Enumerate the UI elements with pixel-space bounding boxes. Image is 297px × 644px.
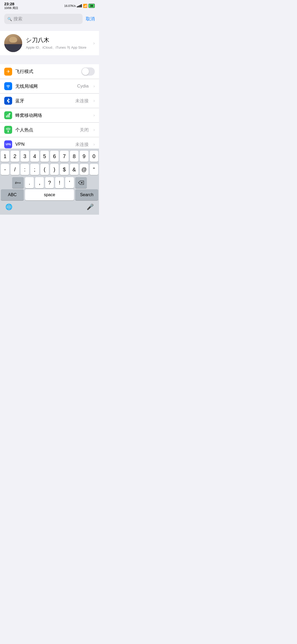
settings-group: ✈ 飞行模式 无线局域网 Cydia › 蓝牙 未连接 › <box>0 64 99 151</box>
key-ampersand[interactable]: & <box>70 164 78 175</box>
settings-item-wifi[interactable]: 无线局域网 Cydia › <box>0 79 99 94</box>
cellular-label: 蜂窝移动网络 <box>15 112 90 118</box>
hotspot-label: 个人热点 <box>15 127 77 133</box>
battery-indicator: 38 <box>88 4 95 8</box>
bluetooth-label: 蓝牙 <box>15 98 72 104</box>
hotspot-icon <box>4 126 12 134</box>
profile-row[interactable]: シ刀八木 Apple ID、iCloud、iTunes 与 App Store … <box>0 31 99 55</box>
spacer-top <box>0 26 99 31</box>
bluetooth-icon <box>4 97 12 105</box>
key-period[interactable]: . <box>25 177 34 188</box>
vpn-icon: VPN <box>4 140 12 148</box>
cellular-chevron: › <box>93 113 95 118</box>
key-8[interactable]: 8 <box>70 151 78 162</box>
toggle-knob <box>82 68 89 75</box>
status-right: 16.07K/s 📶 38 <box>64 4 95 8</box>
key-exclaim[interactable]: ! <box>55 177 64 188</box>
keyboard-row-1: 1 2 3 4 5 6 7 8 9 0 <box>1 151 98 162</box>
settings-item-bluetooth[interactable]: 蓝牙 未连接 › <box>0 94 99 108</box>
cancel-button[interactable]: 取消 <box>86 16 95 22</box>
settings-item-cellular[interactable]: 蜂窝移动网络 › <box>0 108 99 123</box>
airplane-icon: ✈ <box>4 68 12 76</box>
bluetooth-value: 未连接 <box>75 98 89 104</box>
key-rparen[interactable]: ) <box>50 164 59 175</box>
key-6[interactable]: 6 <box>50 151 59 162</box>
section-gap <box>0 55 99 64</box>
search-input-wrap[interactable]: 🔍 搜索 <box>4 14 83 24</box>
vpn-chevron: › <box>93 142 95 147</box>
keyboard-rows: 1 2 3 4 5 6 7 8 9 0 - / : ; ( ) $ & @ " … <box>0 149 99 189</box>
keyboard: 1 2 3 4 5 6 7 8 9 0 - / : ; ( ) $ & @ " … <box>0 149 99 215</box>
status-bar: 23:28 10/06 周日 16.07K/s 📶 38 <box>0 0 99 12</box>
key-semicolon[interactable]: ; <box>30 164 39 175</box>
key-quote[interactable]: " <box>90 164 98 175</box>
airplane-toggle[interactable] <box>81 67 95 76</box>
profile-chevron: › <box>93 40 95 46</box>
key-2[interactable]: 2 <box>11 151 19 162</box>
space-key[interactable]: space <box>25 189 74 200</box>
vpn-label: VPN <box>15 142 72 147</box>
abc-key[interactable]: ABC <box>1 189 24 200</box>
keyboard-row-3: #+= . ， ? ! ' <box>1 177 98 188</box>
svg-rect-6 <box>7 132 9 132</box>
keyboard-extras: 🌐 🎤 <box>0 201 99 215</box>
hotspot-value: 关闭 <box>80 127 89 133</box>
profile-name: シ刀八木 <box>26 36 89 44</box>
status-time: 23:28 <box>4 2 18 6</box>
key-symbols[interactable]: #+= <box>12 177 24 188</box>
key-0[interactable]: 0 <box>90 151 98 162</box>
settings-item-airplane[interactable]: ✈ 飞行模式 <box>0 64 99 79</box>
key-at[interactable]: @ <box>80 164 88 175</box>
keyboard-bottom-row: ABC space Search <box>0 189 99 201</box>
key-7[interactable]: 7 <box>60 151 68 162</box>
bluetooth-chevron: › <box>93 98 95 103</box>
search-placeholder: 搜索 <box>13 16 22 22</box>
signal-bars <box>77 4 82 7</box>
key-1[interactable]: 1 <box>1 151 9 162</box>
key-5[interactable]: 5 <box>40 151 49 162</box>
settings-item-hotspot[interactable]: 个人热点 关闭 › <box>0 123 99 137</box>
key-slash[interactable]: / <box>11 164 19 175</box>
globe-icon[interactable]: 🌐 <box>5 204 12 210</box>
wifi-label: 无线局域网 <box>15 83 74 89</box>
key-4[interactable]: 4 <box>30 151 39 162</box>
wifi-icon <box>4 82 12 90</box>
hotspot-chevron: › <box>93 127 95 132</box>
wifi-value: Cydia <box>77 84 88 89</box>
status-left: 23:28 10/06 周日 <box>4 2 18 10</box>
key-apostrophe[interactable]: ' <box>65 177 74 188</box>
search-icon: 🔍 <box>7 17 12 21</box>
profile-section: シ刀八木 Apple ID、iCloud、iTunes 与 App Store … <box>0 31 99 55</box>
key-lparen[interactable]: ( <box>40 164 49 175</box>
vpn-value: 未连接 <box>75 141 89 148</box>
keyboard-row-2: - / : ; ( ) $ & @ " <box>1 164 98 175</box>
search-bar-container: 🔍 搜索 取消 <box>0 12 99 26</box>
key-3[interactable]: 3 <box>21 151 29 162</box>
network-speed: 16.07K/s <box>64 4 76 7</box>
profile-info: シ刀八木 Apple ID、iCloud、iTunes 与 App Store <box>26 36 89 50</box>
cellular-icon <box>4 111 12 119</box>
delete-key[interactable] <box>75 177 87 188</box>
key-question[interactable]: ? <box>45 177 54 188</box>
svg-rect-1 <box>7 114 8 117</box>
key-dash[interactable]: - <box>1 164 9 175</box>
key-colon[interactable]: : <box>21 164 29 175</box>
search-key[interactable]: Search <box>75 189 98 200</box>
svg-rect-0 <box>6 116 7 117</box>
mic-icon[interactable]: 🎤 <box>87 204 94 210</box>
avatar-face <box>4 34 22 52</box>
profile-subtitle: Apple ID、iCloud、iTunes 与 App Store <box>26 45 89 50</box>
key-comma[interactable]: ， <box>35 177 44 188</box>
status-date: 10/06 周日 <box>4 6 18 10</box>
wifi-chevron: › <box>93 84 95 89</box>
airplane-label: 飞行模式 <box>15 68 78 75</box>
wifi-status-icon: 📶 <box>83 4 87 8</box>
key-9[interactable]: 9 <box>80 151 88 162</box>
key-dollar[interactable]: $ <box>60 164 68 175</box>
avatar <box>4 34 22 52</box>
